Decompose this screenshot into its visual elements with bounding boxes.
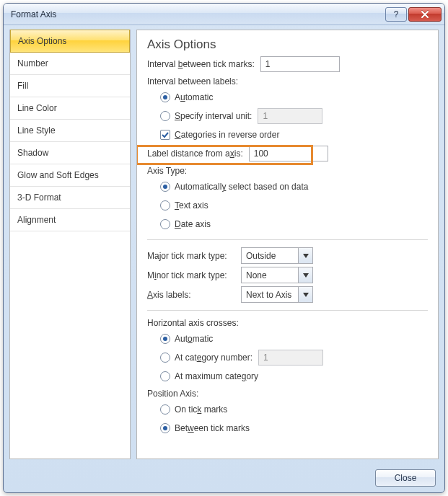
radio-axistype-date-row[interactable]: Date axis: [147, 216, 428, 232]
panel-heading: Axis Options: [147, 37, 428, 52]
close-icon: [421, 10, 429, 19]
sidebar-item-axis-options[interactable]: Axis Options: [10, 30, 130, 53]
label-distance-input[interactable]: [249, 146, 328, 161]
dialog-body: Axis Options Number Fill Line Color Line…: [9, 30, 439, 459]
radio-position-between-row[interactable]: Between tick marks: [147, 420, 428, 436]
radio-position-between-label: Between tick marks: [175, 423, 250, 433]
interval-tick-row: Interval between tick marks:: [147, 56, 428, 72]
chevron-down-icon: [298, 267, 312, 283]
radio-specify-row[interactable]: Specify interval unit:: [147, 108, 428, 124]
radio-position-between[interactable]: [160, 423, 170, 433]
radio-crosses-at-row[interactable]: At category number:: [147, 350, 428, 366]
minor-tick-label: Minor tick mark type:: [147, 270, 241, 280]
close-button[interactable]: Close: [375, 469, 436, 487]
axis-type-label: Axis Type:: [147, 166, 428, 176]
minor-tick-row: Minor tick mark type: None: [147, 267, 428, 283]
titlebar: Format Axis ?: [4, 4, 444, 25]
radio-crosses-max[interactable]: [160, 371, 170, 381]
radio-axistype-text-label: Text axis: [175, 200, 208, 211]
chevron-down-icon: [298, 248, 312, 263]
sidebar-item-label: Alignment: [17, 215, 56, 225]
sidebar-item-label: 3-D Format: [17, 192, 61, 203]
close-window-button[interactable]: [408, 7, 442, 22]
sidebar-item-3d-format[interactable]: 3-D Format: [10, 187, 130, 209]
separator: [147, 239, 428, 240]
separator: [147, 310, 428, 311]
svg-text:?: ?: [394, 10, 399, 19]
radio-crosses-max-row[interactable]: At maximum category: [147, 368, 428, 384]
axis-labels-label: Axis labels:: [147, 290, 241, 300]
sidebar-item-label: Number: [17, 58, 48, 68]
major-tick-value: Outside: [246, 251, 298, 261]
radio-axistype-auto-label: Automatically select based on data: [175, 182, 308, 192]
crosses-at-input: [258, 350, 323, 366]
sidebar-item-label: Axis Options: [18, 36, 66, 46]
crosses-label: Horizontal axis crosses:: [147, 318, 428, 328]
position-label: Position Axis:: [147, 389, 428, 399]
radio-position-on-label: On tick marks: [175, 404, 227, 415]
interval-tick-label: Interval between tick marks:: [147, 59, 255, 69]
radio-crosses-at-label: At category number:: [175, 353, 252, 363]
radio-axistype-date-label: Date axis: [175, 219, 211, 229]
sidebar-item-label: Glow and Soft Edges: [17, 170, 99, 180]
dialog-footer: Close: [375, 469, 436, 487]
checkbox-reverse-order[interactable]: [160, 130, 170, 140]
radio-automatic-label: Automatic: [175, 92, 213, 102]
radio-automatic[interactable]: [160, 92, 170, 102]
help-button[interactable]: ?: [385, 7, 407, 22]
minor-tick-value: None: [246, 270, 298, 280]
radio-position-on-row[interactable]: On tick marks: [147, 402, 428, 417]
radio-axistype-date[interactable]: [160, 219, 170, 229]
sidebar-item-label: Line Color: [17, 103, 57, 113]
check-icon: [162, 131, 169, 138]
sidebar-item-alignment[interactable]: Alignment: [10, 209, 130, 231]
radio-crosses-auto-row[interactable]: Automatic: [147, 331, 428, 347]
label-distance-row: Label distance from axis:: [147, 146, 428, 161]
major-tick-label: Major tick mark type:: [147, 251, 241, 261]
axis-labels-dropdown[interactable]: Next to Axis: [241, 286, 313, 303]
radio-crosses-max-label: At maximum category: [175, 371, 258, 381]
sidebar-item-line-style[interactable]: Line Style: [10, 120, 130, 142]
reverse-order-label: Categories in reverse order: [175, 130, 279, 140]
window-title: Format Axis: [11, 9, 384, 19]
reverse-order-row[interactable]: Categories in reverse order: [147, 127, 428, 143]
radio-axistype-auto[interactable]: [160, 182, 170, 192]
radio-specify-label: Specify interval unit:: [175, 111, 252, 121]
radio-crosses-auto[interactable]: [160, 334, 170, 344]
radio-axistype-text-row[interactable]: Text axis: [147, 198, 428, 213]
sidebar-item-fill[interactable]: Fill: [10, 75, 130, 97]
radio-crosses-at[interactable]: [160, 353, 170, 363]
axis-labels-row: Axis labels: Next to Axis: [147, 286, 428, 303]
sidebar-item-label: Fill: [17, 81, 28, 91]
radio-crosses-auto-label: Automatic: [175, 334, 213, 344]
chevron-down-icon: [298, 287, 312, 302]
interval-labels-label: Interval between labels:: [147, 76, 428, 87]
close-button-label: Close: [395, 473, 417, 483]
label-distance-label: Label distance from axis:: [147, 149, 243, 159]
major-tick-dropdown[interactable]: Outside: [241, 247, 313, 264]
specify-interval-input: [258, 108, 322, 124]
radio-specify[interactable]: [160, 111, 170, 121]
radio-axistype-text[interactable]: [160, 200, 170, 211]
sidebar-item-line-color[interactable]: Line Color: [10, 97, 130, 120]
sidebar-item-number[interactable]: Number: [10, 53, 130, 75]
axis-labels-value: Next to Axis: [246, 290, 298, 300]
sidebar-item-label: Shadow: [17, 148, 48, 158]
major-tick-row: Major tick mark type: Outside: [147, 247, 428, 264]
sidebar: Axis Options Number Fill Line Color Line…: [9, 30, 131, 459]
radio-automatic-row[interactable]: Automatic: [147, 89, 428, 105]
radio-position-on[interactable]: [160, 404, 170, 415]
minor-tick-dropdown[interactable]: None: [241, 267, 313, 283]
main-panel: Axis Options Interval between tick marks…: [136, 30, 439, 459]
interval-tick-input[interactable]: [260, 56, 340, 72]
help-icon: ?: [392, 10, 400, 19]
sidebar-item-label: Line Style: [17, 125, 56, 136]
radio-axistype-auto-row[interactable]: Automatically select based on data: [147, 179, 428, 195]
sidebar-item-shadow[interactable]: Shadow: [10, 142, 130, 164]
sidebar-item-glow[interactable]: Glow and Soft Edges: [10, 164, 130, 187]
dialog-window: Format Axis ? Axis Options Number Fill L…: [3, 3, 445, 493]
